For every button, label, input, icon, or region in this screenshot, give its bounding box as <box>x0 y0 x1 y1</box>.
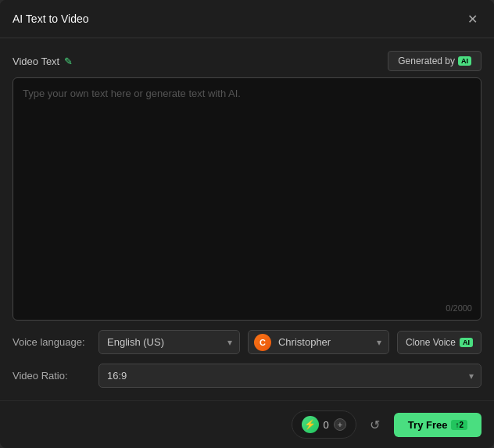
clone-voice-label: Clone Voice <box>406 337 456 348</box>
title-bar: AI Text to Video ✕ <box>0 0 494 38</box>
ratio-select-wrapper: 16:9 9:16 1:1 4:3 <box>98 364 481 388</box>
close-button[interactable]: ✕ <box>463 9 481 28</box>
modal-title: AI Text to Video <box>13 13 89 25</box>
voice-language-label: Voice language: <box>13 336 91 348</box>
credits-icon: ⚡ <box>302 416 319 433</box>
credits-button[interactable]: ⚡ 0 + <box>292 410 356 439</box>
textarea-wrapper: 0/2000 <box>13 77 481 321</box>
try-free-button[interactable]: Try Free ↑2 <box>394 413 481 437</box>
modal-content: Video Text ✎ Generated by AI 0/2000 Voic… <box>0 38 494 400</box>
modal-footer: ⚡ 0 + ↺ Try Free ↑2 <box>0 400 494 448</box>
char-count: 0/2000 <box>446 303 472 313</box>
section-header: Video Text ✎ Generated by AI <box>13 51 481 71</box>
voice-language-row: Voice language: English (US) English (UK… <box>13 330 481 354</box>
video-ratio-row: Video Ratio: 16:9 9:16 1:1 4:3 <box>13 364 481 388</box>
plus-icon: + <box>334 418 346 431</box>
edit-icon: ✎ <box>64 56 73 67</box>
try-free-badge: ↑2 <box>451 420 467 430</box>
clone-ai-badge: AI <box>460 338 473 347</box>
generated-by-label: Generated by <box>398 56 455 66</box>
video-text-input[interactable] <box>13 77 481 321</box>
modal-container: AI Text to Video ✕ Video Text ✎ Generate… <box>0 0 494 448</box>
video-ratio-select[interactable]: 16:9 9:16 1:1 4:3 <box>98 364 481 388</box>
clone-voice-button[interactable]: Clone Voice AI <box>397 331 481 354</box>
voice-select-wrapper: C Christopher Alex Emma Liam <box>248 330 389 354</box>
video-text-section: Video Text ✎ Generated by AI 0/2000 <box>13 51 481 321</box>
section-label: Video Text ✎ <box>13 56 73 67</box>
credits-count: 0 <box>324 419 329 431</box>
voice-language-select[interactable]: English (US) English (UK) Spanish French… <box>98 330 240 354</box>
generated-by-button[interactable]: Generated by AI <box>388 51 481 71</box>
voice-language-select-wrapper: English (US) English (UK) Spanish French… <box>98 330 240 354</box>
ai-badge: AI <box>458 56 471 66</box>
video-ratio-label: Video Ratio: <box>13 370 91 382</box>
video-text-label: Video Text <box>13 56 59 67</box>
refresh-button[interactable]: ↺ <box>364 414 386 435</box>
voice-avatar: C <box>254 334 271 351</box>
try-free-label: Try Free <box>408 419 448 431</box>
